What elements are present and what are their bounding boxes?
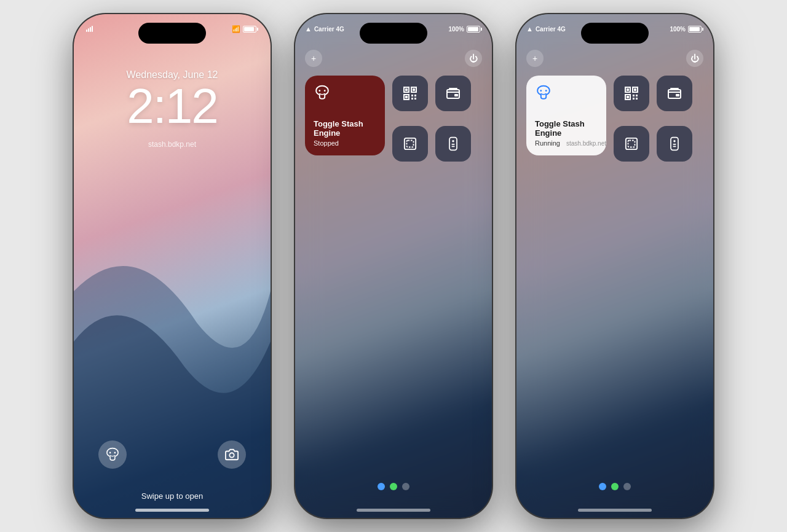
cc-top-row: Toggle Stash Engine Stopped bbox=[305, 76, 482, 169]
svg-point-1 bbox=[114, 452, 116, 454]
svg-rect-22 bbox=[451, 146, 454, 147]
svg-rect-16 bbox=[454, 94, 458, 96]
screen-record-button[interactable] bbox=[392, 126, 428, 162]
lock-domain: stash.bdkp.net bbox=[74, 140, 271, 149]
svg-rect-36 bbox=[676, 94, 679, 96]
wifi-icon-3: ▲ bbox=[526, 25, 533, 33]
remote-button[interactable] bbox=[435, 126, 471, 162]
svg-point-4 bbox=[324, 90, 326, 92]
stash-logo-running bbox=[535, 84, 552, 101]
battery-percent-2: 100% bbox=[448, 26, 464, 33]
home-indicator-3 bbox=[578, 509, 652, 512]
lock-status-left bbox=[86, 26, 93, 33]
wallet-icon-svg bbox=[446, 87, 460, 100]
stash-shortcut-icon[interactable] bbox=[98, 440, 127, 469]
qr-code-button-3[interactable] bbox=[614, 76, 649, 111]
wallet-icon-svg-3 bbox=[668, 87, 681, 100]
power-icon-3: ⏻ bbox=[690, 53, 699, 63]
wallet-button[interactable] bbox=[435, 76, 471, 111]
stash-logo-stopped bbox=[314, 84, 331, 101]
svg-point-2 bbox=[229, 453, 234, 457]
svg-point-20 bbox=[452, 140, 454, 142]
cc-page-dots-3 bbox=[516, 483, 713, 490]
svg-rect-32 bbox=[636, 95, 638, 96]
svg-rect-33 bbox=[633, 98, 635, 100]
home-indicator-2 bbox=[357, 509, 430, 512]
battery-icon-2 bbox=[467, 26, 482, 33]
svg-rect-21 bbox=[451, 144, 454, 145]
cc-right-top-row-3 bbox=[614, 76, 692, 111]
svg-rect-8 bbox=[413, 88, 415, 91]
remote-svg-3 bbox=[669, 136, 680, 151]
wifi-icon: 📶 bbox=[232, 25, 240, 33]
cc-top-row-3: Toggle Stash Engine Running stash.bdkp.n… bbox=[526, 76, 703, 169]
svg-rect-17 bbox=[405, 138, 416, 149]
plus-icon-3: + bbox=[532, 53, 537, 63]
cc-right-bottom-row-3 bbox=[614, 126, 692, 162]
stash-title-label-stopped: Toggle Stash Engine bbox=[314, 119, 376, 138]
cc-power-button-3[interactable]: ⏻ bbox=[686, 50, 703, 67]
svg-point-40 bbox=[673, 140, 675, 142]
camera-shortcut-icon[interactable] bbox=[218, 440, 246, 469]
phone-3: ▲ Carrier 4G 100% + bbox=[516, 14, 713, 518]
cc-add-button[interactable]: + bbox=[305, 50, 322, 67]
cc-add-button-3[interactable]: + bbox=[526, 50, 544, 67]
cc-status-left-3: ▲ Carrier 4G bbox=[526, 25, 566, 33]
swipe-hint: Swipe up to open bbox=[74, 491, 271, 501]
svg-point-23 bbox=[540, 90, 542, 92]
screen-record-button-3[interactable] bbox=[614, 126, 649, 162]
lockscreen-background: 📶 Wednesday, June 12 2:12 stash.bdkp.net bbox=[74, 14, 271, 518]
svg-rect-13 bbox=[411, 98, 413, 100]
screen-record-svg-3 bbox=[625, 137, 638, 151]
battery-icon bbox=[243, 26, 258, 33]
cc-top-buttons-3: + ⏻ bbox=[526, 50, 703, 67]
svg-rect-38 bbox=[628, 141, 635, 147]
dynamic-island-3 bbox=[581, 23, 649, 44]
dot-dark-3 bbox=[623, 483, 631, 490]
svg-rect-18 bbox=[407, 141, 414, 147]
running-domain-label: stash.bdkp.net bbox=[566, 140, 606, 147]
cc-page-dots-2 bbox=[295, 483, 492, 490]
svg-rect-10 bbox=[405, 96, 408, 98]
cc-top-buttons-2: + ⏻ bbox=[305, 50, 482, 67]
dot-green-3 bbox=[611, 483, 619, 490]
dot-dark-2 bbox=[402, 483, 409, 490]
camera-svg bbox=[225, 448, 239, 461]
stash-logo-svg bbox=[105, 447, 121, 463]
svg-point-3 bbox=[318, 90, 320, 92]
phone-3-screen: ▲ Carrier 4G 100% + bbox=[516, 14, 713, 518]
wallet-button-3[interactable] bbox=[657, 76, 692, 111]
cc-carrier-row-3: ▲ Carrier 4G bbox=[526, 25, 566, 33]
cc-status-right-3: 100% bbox=[670, 26, 703, 33]
screen-record-svg bbox=[403, 137, 417, 151]
stash-title-stopped: Toggle Stash Engine Stopped bbox=[314, 119, 376, 147]
dot-green-2 bbox=[390, 483, 397, 490]
svg-rect-26 bbox=[627, 88, 629, 91]
battery-percent-3: 100% bbox=[670, 26, 686, 33]
svg-rect-14 bbox=[414, 98, 416, 100]
cc-grid-stopped: Toggle Stash Engine Stopped bbox=[305, 76, 482, 176]
toggle-stash-button-running[interactable]: Toggle Stash Engine Running stash.bdkp.n… bbox=[526, 76, 606, 155]
carrier-label-3: Carrier 4G bbox=[536, 26, 566, 33]
svg-rect-41 bbox=[673, 144, 676, 145]
qr-code-button[interactable] bbox=[392, 76, 428, 111]
cc-right-col-top bbox=[392, 76, 471, 169]
svg-rect-37 bbox=[626, 138, 637, 149]
plus-icon-2: + bbox=[311, 53, 316, 63]
svg-rect-28 bbox=[634, 88, 636, 91]
svg-rect-30 bbox=[627, 96, 629, 98]
qr-icon-svg bbox=[403, 86, 417, 101]
wifi-icon-2: ▲ bbox=[305, 25, 312, 33]
remote-button-3[interactable] bbox=[657, 126, 692, 162]
cc-power-button[interactable]: ⏻ bbox=[465, 50, 482, 67]
svg-rect-34 bbox=[636, 98, 638, 100]
lock-status-right: 📶 bbox=[232, 25, 258, 33]
stash-icon-running bbox=[535, 84, 552, 106]
svg-point-24 bbox=[545, 90, 547, 92]
svg-rect-42 bbox=[673, 146, 676, 147]
home-indicator bbox=[135, 509, 209, 512]
svg-rect-31 bbox=[633, 95, 635, 96]
toggle-stash-button-stopped[interactable]: Toggle Stash Engine Stopped bbox=[305, 76, 385, 155]
stash-status-label-stopped: Stopped bbox=[314, 139, 376, 147]
wifi-signal: ▲ bbox=[305, 25, 312, 33]
